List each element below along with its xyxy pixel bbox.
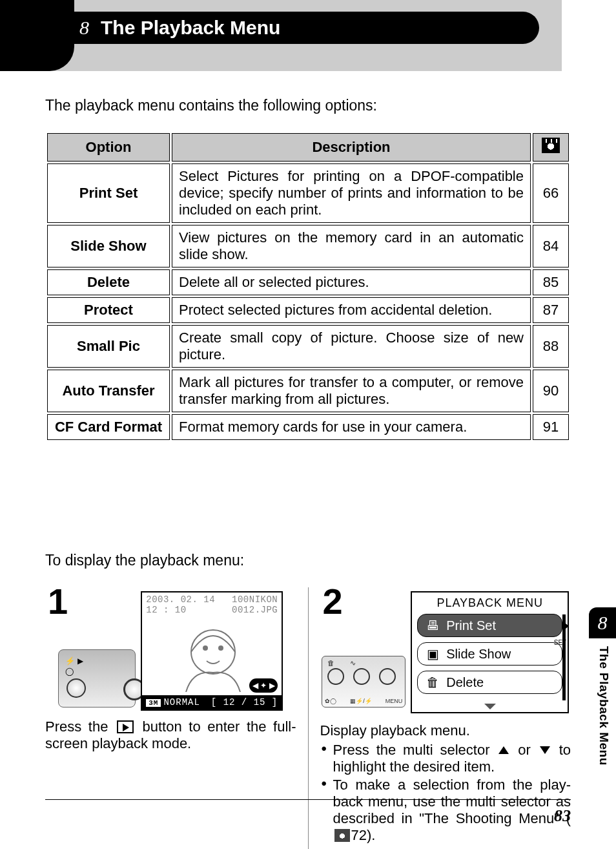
printer-icon: 🖶: [426, 618, 440, 633]
opt-page: 85: [533, 269, 569, 295]
camera-back-illustration: 🗑∿ ✿◯▦⚡/⚡MENU: [322, 656, 406, 708]
down-arrow-icon: [540, 746, 550, 754]
camera-back-button-icon: [327, 668, 344, 685]
opt-page: 91: [533, 414, 569, 440]
menu-item-label: Slide Show: [446, 647, 511, 662]
lcd-folder: 100NIKON: [232, 594, 278, 605]
menu-item-delete[interactable]: 🗑 Delete: [417, 671, 562, 694]
lcd-photo-illustration: [161, 621, 265, 692]
lcd-time: 12 : 10: [146, 605, 215, 615]
camera-back-button-icon: [379, 668, 396, 685]
step1-figure: ⚡ ▶◯ 2003. 02. 14 12 : 10 100NIKON 0012.…: [45, 591, 296, 711]
camera-button-icon: [67, 678, 86, 698]
playback-button-icon: [117, 720, 134, 733]
intro-paragraph: The playback menu contains the following…: [45, 97, 571, 114]
step1-caption: Press the button to enter the full-scree…: [45, 718, 296, 752]
step-number: 2: [323, 583, 343, 620]
chapter-number: 8: [79, 17, 89, 39]
page-number: 83: [554, 806, 571, 826]
th-option: Option: [47, 133, 170, 162]
up-arrow-icon: [498, 746, 509, 754]
lcd-nav-arrows-icon: ◀ ✦ ▶: [249, 678, 278, 693]
side-chapter-tab: 8: [589, 607, 616, 638]
opt-name: Small Pic: [47, 325, 170, 368]
menu-screen-title: PLAYBACK MENU: [417, 596, 562, 610]
page-ref-icon: [334, 829, 350, 842]
page-content: The playback menu contains the following…: [0, 71, 616, 849]
opt-page: 90: [533, 370, 569, 412]
menu-item-slide-show[interactable]: ▣ Slide Show: [417, 642, 562, 666]
menu-scrollbar[interactable]: [562, 614, 566, 700]
th-description: Description: [172, 133, 531, 162]
lcd-quality: NORMAL: [163, 697, 200, 708]
step-1: 1 ⚡ ▶◯ 2003. 02. 14 12 : 10 100NIKON: [45, 587, 296, 849]
table-row: Slide Show View pictures on the memory c…: [47, 225, 569, 267]
table-row: Auto Transfer Mark all pictures for tran…: [47, 370, 569, 412]
steps-row: 1 ⚡ ▶◯ 2003. 02. 14 12 : 10 100NIKON: [45, 587, 571, 849]
chapter-title-bar: 8 The Playback Menu: [68, 12, 539, 44]
options-table: Option Description Print Set Select Pict…: [45, 131, 571, 442]
opt-desc: Format memory cards for use in your came…: [172, 414, 531, 440]
step2-figure: 🗑∿ ✿◯▦⚡/⚡MENU PLAYBACK MENU 🖶 Print Set …: [320, 591, 571, 713]
table-row: CF Card Format Format memory cards for u…: [47, 414, 569, 440]
opt-name: Auto Transfer: [47, 370, 170, 412]
menu-item-print-set[interactable]: 🖶 Print Set: [417, 614, 562, 637]
opt-name: Print Set: [47, 163, 170, 223]
opt-desc: Protect selected pictures from accidenta…: [172, 297, 531, 323]
opt-name: Slide Show: [47, 225, 170, 267]
opt-desc: Select Pictures for printing on a DPOF-c…: [172, 163, 531, 223]
step-2: 2 🗑∿ ✿◯▦⚡/⚡MENU PLAYBACK MENU 🖶 Print Se…: [320, 587, 571, 849]
footer-rule: [45, 799, 571, 800]
trash-icon: 🗑: [426, 675, 440, 690]
menu-item-label: Delete: [446, 675, 484, 690]
table-row: Small Pic Create small copy of picture. …: [47, 325, 569, 368]
page-ref-icon: [542, 138, 560, 153]
slideshow-icon: ▣: [426, 646, 440, 662]
table-row: Print Set Select Pictures for printing o…: [47, 163, 569, 223]
table-row: Delete Delete all or selected pictures. …: [47, 269, 569, 295]
side-chapter-label: The Playback Menu: [597, 646, 611, 766]
camera-back-button-icon: [353, 668, 370, 685]
opt-name: CF Card Format: [47, 414, 170, 440]
opt-name: Delete: [47, 269, 170, 295]
step-number: 1: [48, 583, 68, 620]
svg-point-0: [191, 630, 235, 674]
opt-desc: View pictures on the memory card in an a…: [172, 225, 531, 267]
opt-name: Protect: [47, 297, 170, 323]
camera-front-illustration: ⚡ ▶◯: [58, 649, 136, 708]
opt-desc: Delete all or selected pictures.: [172, 269, 531, 295]
opt-desc: Create small copy of picture. Choose siz…: [172, 325, 531, 368]
playback-menu-screen: PLAYBACK MENU 🖶 Print Set ▣ Slide Show 🗑…: [411, 591, 569, 713]
lcd-preview: 2003. 02. 14 12 : 10 100NIKON 0012.JPG: [141, 591, 283, 711]
transfer-icon: ∿: [350, 659, 356, 667]
display-menu-heading: To display the playback menu:: [45, 552, 571, 569]
step-divider: [308, 587, 309, 849]
table-row: Protect Protect selected pictures from a…: [47, 297, 569, 323]
step2-bullet-2: To make a selection from the play-back m…: [320, 777, 571, 844]
step2-caption: Display playback menu. Press the multi s…: [320, 722, 571, 844]
camera-mode-icons: ⚡ ▶◯: [65, 656, 83, 676]
header-band: 8 The Playback Menu: [0, 0, 562, 71]
svg-point-1: [203, 645, 208, 651]
th-page-icon: [533, 133, 569, 162]
trash-icon: 🗑: [327, 659, 334, 667]
step2-line1: Display playback menu.: [320, 722, 571, 739]
menu-item-label: Print Set: [446, 618, 496, 633]
opt-page: 88: [533, 325, 569, 368]
menu-button-label: MENU: [385, 698, 403, 704]
lcd-size-badge: 3M: [146, 699, 161, 707]
svg-point-2: [218, 645, 223, 651]
lcd-date: 2003. 02. 14: [146, 594, 215, 605]
opt-page: 84: [533, 225, 569, 267]
step2-bullet-1: Press the multi selector or to highlight…: [320, 742, 571, 775]
menu-down-arrow-icon: [484, 704, 496, 709]
header-tab: [0, 0, 74, 71]
lcd-counter: [ 12 / 15 ]: [211, 697, 278, 708]
opt-page: 87: [533, 297, 569, 323]
opt-desc: Mark all pictures for transfer to a comp…: [172, 370, 531, 412]
lcd-status-bar: 3MNORMAL [ 12 / 15 ]: [142, 695, 282, 709]
lcd-file: 0012.JPG: [232, 605, 278, 615]
chapter-title-text: The Playback Menu: [101, 17, 280, 39]
opt-page: 66: [533, 163, 569, 223]
